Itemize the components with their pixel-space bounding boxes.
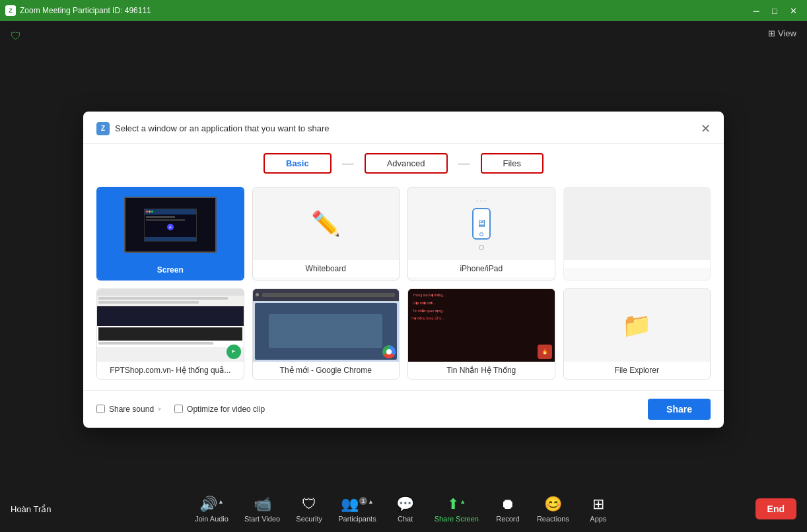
share-grid: A Screen ✏️ Whiteboard bbox=[83, 180, 724, 390]
share-item-messages[interactable]: Thông báo hệ thống... Cập nhật mới... Ti… bbox=[407, 288, 555, 380]
title-bar-left: Z Zoom Meeting Participant ID: 496111 bbox=[5, 5, 151, 16]
iphone-preview: - - - 🖥 bbox=[408, 187, 555, 260]
screen-preview: A bbox=[98, 189, 242, 261]
toolbar-chat[interactable]: 💬 Chat bbox=[386, 493, 425, 525]
fileexplorer-label: File Explorer bbox=[564, 362, 711, 379]
reactions-icon: 😊 bbox=[544, 496, 562, 513]
whiteboard-icon: ✏️ bbox=[311, 210, 341, 238]
chrome-label: Thẻ mới - Google Chrome bbox=[253, 362, 400, 379]
view-button[interactable]: ⊞ View bbox=[768, 28, 796, 38]
share-screen-arrow: ▲ bbox=[460, 498, 466, 505]
dialog-zoom-icon: Z bbox=[96, 122, 110, 135]
optimize-video-group: Optimize for video clip bbox=[174, 405, 265, 414]
end-button[interactable]: End bbox=[755, 498, 796, 519]
bottom-left: Hoàn Trần bbox=[11, 504, 51, 514]
minimize-button[interactable]: ─ bbox=[748, 4, 765, 17]
share-screen-with-arrow: ⬆ ▲ bbox=[447, 496, 466, 513]
participants-label: Participants bbox=[338, 515, 376, 523]
share-sound-label: Share sound bbox=[109, 405, 154, 414]
video-label: Start Video bbox=[244, 515, 280, 523]
dialog-title: Select a window or an application that y… bbox=[115, 123, 329, 133]
dialog-close-button[interactable]: ✕ bbox=[701, 123, 711, 135]
record-icon: ⏺ bbox=[501, 496, 515, 513]
share-sound-checkbox[interactable] bbox=[96, 405, 105, 413]
toolbar-apps[interactable]: ⊞ Apps bbox=[579, 493, 618, 525]
top-bar: 🛡 ⊞ View bbox=[0, 21, 807, 45]
screen-label: Screen bbox=[98, 261, 242, 279]
share-item-empty bbox=[563, 187, 711, 281]
zoom-logo-icon: Z bbox=[5, 5, 16, 16]
security-label: Security bbox=[296, 515, 322, 523]
footer-left: Share sound ▾ Optimize for video clip bbox=[96, 405, 265, 414]
shield-icon: 🛡 bbox=[11, 30, 21, 42]
optimize-video-checkbox[interactable] bbox=[174, 405, 183, 413]
maximize-button[interactable]: □ bbox=[766, 4, 783, 17]
tab-separator-1: — bbox=[342, 153, 354, 174]
share-sound-dropdown-arrow[interactable]: ▾ bbox=[158, 405, 161, 413]
user-name: Hoàn Trần bbox=[11, 504, 51, 514]
dialog-title-row: Z Select a window or an application that… bbox=[96, 122, 329, 135]
share-item-chrome[interactable]: Thẻ mới - Google Chrome bbox=[252, 288, 400, 380]
empty-label bbox=[564, 260, 711, 268]
share-screen-label: Share Screen bbox=[435, 515, 479, 523]
share-sound-group: Share sound ▾ bbox=[96, 405, 161, 414]
toolbar-join-audio[interactable]: 🔊 ▲ Join Audio bbox=[188, 493, 235, 525]
chat-label: Chat bbox=[398, 515, 413, 523]
dialog-footer: Share sound ▾ Optimize for video clip Sh… bbox=[83, 390, 724, 428]
participants-icon: 👥 bbox=[341, 496, 359, 513]
tab-files[interactable]: Files bbox=[481, 153, 544, 174]
toolbar-participants[interactable]: 👥 1 ▲ Participants bbox=[332, 493, 382, 525]
folder-icon: 📁 bbox=[622, 312, 652, 339]
main-area: Z Select a window or an application that… bbox=[0, 45, 807, 494]
share-item-screen[interactable]: A Screen bbox=[96, 187, 244, 281]
title-bar-controls: ─ □ ✕ bbox=[748, 4, 802, 17]
tab-separator-2: — bbox=[458, 153, 470, 174]
title-bar: Z Zoom Meeting Participant ID: 496111 ─ … bbox=[0, 0, 807, 21]
bottom-toolbar: Hoàn Trần 🔊 ▲ Join Audio 📹 Start Video 🛡… bbox=[0, 486, 807, 532]
view-icon: ⊞ bbox=[768, 28, 775, 38]
participants-with-arrow: 👥 1 ▲ bbox=[341, 496, 374, 513]
view-label: View bbox=[778, 28, 796, 38]
share-button[interactable]: Share bbox=[648, 399, 711, 420]
audio-arrow: ▲ bbox=[218, 498, 224, 505]
apps-icon: ⊞ bbox=[592, 496, 604, 513]
tab-advanced[interactable]: Advanced bbox=[365, 153, 448, 174]
audio-label: Join Audio bbox=[195, 515, 228, 523]
audio-with-arrow: 🔊 ▲ bbox=[199, 496, 224, 513]
participants-badge: 1 bbox=[359, 497, 367, 505]
toolbar-reactions[interactable]: 😊 Reactions bbox=[530, 493, 576, 525]
share-dialog: Z Select a window or an application that… bbox=[83, 112, 724, 428]
share-item-fpt[interactable]: F FPTShop.com.vn- Hệ thống quả... bbox=[96, 288, 244, 380]
toolbar-security[interactable]: 🛡 Security bbox=[289, 493, 329, 525]
security-icon: 🛡 bbox=[302, 496, 316, 513]
empty-preview bbox=[564, 187, 711, 260]
window-title: Zoom Meeting Participant ID: 496111 bbox=[20, 6, 151, 15]
optimize-label: Optimize for video clip bbox=[187, 405, 265, 414]
tab-basic[interactable]: Basic bbox=[263, 153, 332, 174]
iphone-label: iPhone/iPad bbox=[408, 260, 555, 277]
chat-icon: 💬 bbox=[396, 496, 414, 513]
share-item-iphone[interactable]: - - - 🖥 iPhone/iPad bbox=[407, 187, 555, 281]
toolbar-share-screen[interactable]: ⬆ ▲ Share Screen bbox=[428, 493, 485, 525]
toolbar-record[interactable]: ⏺ Record bbox=[488, 493, 528, 525]
participants-arrow: ▲ bbox=[368, 498, 374, 505]
share-screen-icon: ⬆ bbox=[447, 496, 459, 513]
dialog-header: Z Select a window or an application that… bbox=[83, 112, 724, 144]
messages-label: Tin Nhắn Hệ Thống bbox=[408, 362, 555, 379]
video-icon: 📹 bbox=[254, 496, 271, 513]
record-label: Record bbox=[496, 515, 519, 523]
chrome-preview bbox=[253, 289, 400, 362]
fpt-label: FPTShop.com.vn- Hệ thống quả... bbox=[97, 362, 244, 379]
reactions-label: Reactions bbox=[537, 515, 569, 523]
fpt-preview: F bbox=[97, 289, 244, 362]
whiteboard-label: Whiteboard bbox=[253, 260, 400, 277]
share-item-fileexplorer[interactable]: 📁 File Explorer bbox=[563, 288, 711, 380]
iphone-icon: - - - 🖥 bbox=[472, 197, 491, 250]
toolbar-start-video[interactable]: 📹 Start Video bbox=[238, 493, 287, 525]
window-close-button[interactable]: ✕ bbox=[785, 4, 802, 17]
messages-preview: Thông báo hệ thống... Cập nhật mới... Ti… bbox=[408, 289, 555, 362]
share-item-whiteboard[interactable]: ✏️ Whiteboard bbox=[252, 187, 400, 281]
whiteboard-preview: ✏️ bbox=[253, 187, 400, 260]
fileexplorer-preview: 📁 bbox=[564, 289, 711, 362]
bottom-center: 🔊 ▲ Join Audio 📹 Start Video 🛡 Security … bbox=[51, 493, 755, 525]
